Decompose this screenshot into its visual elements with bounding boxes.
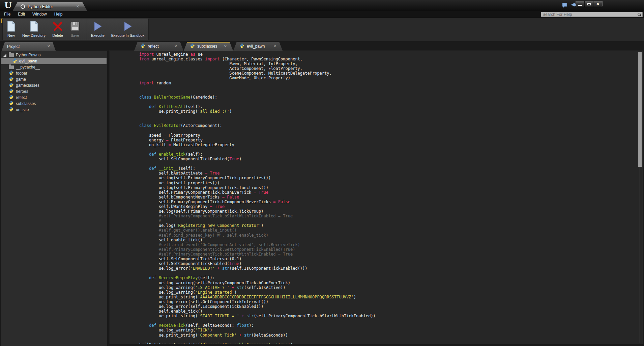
- code-line: ActorComponent, FloatProperty,: [139, 66, 643, 71]
- code-line: self.PrimaryComponentTick.bComponentNeve…: [139, 199, 643, 204]
- code-line: #self.get_owner().enable_input(): [139, 228, 643, 233]
- tree-item-evil-pawn[interactable]: evil_pawn: [1, 58, 107, 64]
- app-tab-python-editor[interactable]: Python Editor ✕: [12, 2, 87, 11]
- maximize-button[interactable]: [585, 1, 593, 7]
- tree-item-label: gameclasses: [16, 83, 39, 88]
- toolbar-button-label: Delete: [52, 33, 63, 37]
- tree-item-heroes[interactable]: heroes: [1, 88, 107, 95]
- toolbar-button-new-directory[interactable]: New Directory: [22, 20, 46, 37]
- tree-item-foobar[interactable]: foobar: [1, 70, 107, 76]
- scrollbar-thumb[interactable]: [638, 52, 642, 167]
- editor-tab-subclasses[interactable]: subclasses✕: [184, 42, 233, 51]
- code-line: [139, 90, 643, 95]
- editor-tab-evil-pawn[interactable]: evil_pawn✕: [233, 42, 283, 51]
- code-line: ue.log_warning('Engine started'): [139, 290, 643, 295]
- tree-item-ue-site[interactable]: ue_site: [1, 107, 107, 113]
- project-tab-label: Project: [7, 44, 45, 49]
- editor-panel: reflect✕subclasses✕evil_pawn✕ import unr…: [109, 41, 644, 346]
- message-bubble-icon[interactable]: [562, 3, 567, 9]
- vertical-scrollbar[interactable]: [638, 52, 642, 343]
- minimize-icon: [578, 5, 582, 6]
- tree-item-pythonpawns[interactable]: PythonPawns: [1, 52, 107, 58]
- editor-tab-close-icon[interactable]: ✕: [273, 45, 276, 48]
- editor-tab-label: evil_pawn: [247, 44, 271, 49]
- code-line: from unreal_engine.classes import (Chara…: [139, 57, 643, 61]
- code-line: self.PrimaryComponentTick.bCanEverTick =…: [139, 190, 643, 195]
- code-line: #self.PrimaryComponentTick.bStartWithTic…: [139, 214, 643, 218]
- code-line: [139, 161, 643, 166]
- tree-item--pycache-[interactable]: __pycache__: [1, 64, 107, 70]
- code-line: import random: [139, 81, 643, 85]
- folder-icon: [9, 65, 14, 69]
- code-line: [139, 338, 643, 342]
- code-line: ue.print_string('AAAAABBBBBCCCCDDDDEEEEF…: [139, 295, 643, 299]
- code-line: [139, 147, 643, 152]
- titlebar[interactable]: U Python Editor ✕ ✕: [0, 0, 644, 11]
- code-line: def __init__(self):: [139, 166, 643, 171]
- menu-file[interactable]: File: [0, 11, 14, 18]
- toolbar-button-execute[interactable]: Execute: [91, 20, 105, 37]
- code-line: SceneComponent, MulticastDelegatePropert…: [139, 71, 643, 76]
- toolbar-button-label: Execute: [91, 33, 105, 37]
- code-line: [139, 100, 643, 104]
- python-icon: [9, 88, 14, 95]
- tree-item-subclasses[interactable]: subclasses: [1, 101, 107, 107]
- maximize-icon: [587, 3, 591, 5]
- code-line: def KillThemAll(self):: [139, 104, 643, 109]
- code-line: self.bAutoActivate = True: [139, 171, 643, 176]
- code-line: def ReceiveTick(self, DeltaSeconds: floa…: [139, 323, 643, 328]
- project-tab-row: Project ✕: [0, 41, 108, 51]
- delete-icon: [52, 20, 63, 32]
- project-panel: Project ✕ PythonPawnsevil_pawn__pycache_…: [0, 41, 108, 346]
- code-line: class EvilRotator(ActorComponent):: [139, 123, 643, 128]
- code-line: [139, 128, 643, 133]
- code-text: import unreal_engine as uefrom unreal_en…: [109, 51, 643, 344]
- app-tab-close-icon[interactable]: ✕: [76, 5, 79, 8]
- code-line: GameMode, ObjectProperty): [139, 76, 643, 80]
- close-button[interactable]: ✕: [593, 1, 602, 7]
- editor-tab-close-icon[interactable]: ✕: [224, 45, 227, 48]
- editor-tab-reflect[interactable]: reflect✕: [134, 42, 183, 51]
- help-search-box[interactable]: [541, 12, 643, 17]
- code-line: self.enable_tick(): [139, 309, 643, 314]
- code-line: self.SetComponentTickEnabled(True): [139, 261, 643, 266]
- code-line: ue.log(self.PrimaryComponentTick.functio…: [139, 185, 643, 190]
- python-icon: [12, 58, 17, 64]
- toolbar-button-new[interactable]: New: [7, 20, 16, 37]
- menu-help[interactable]: Help: [51, 11, 66, 18]
- folder-icon: [9, 53, 14, 57]
- search-icon: [637, 12, 641, 17]
- code-line: def ReceiveBeginPlay(self):: [139, 275, 643, 280]
- tree-item-game[interactable]: game: [1, 76, 107, 82]
- code-line: self.bComponentNeverTicks = False: [139, 195, 643, 199]
- minimize-button[interactable]: [576, 1, 585, 7]
- tree-item-reflect[interactable]: reflect: [1, 95, 107, 101]
- project-tab[interactable]: Project ✕: [2, 42, 56, 51]
- python-icon: [9, 95, 14, 101]
- toolbar-button-label: Execute In Sandbox: [111, 33, 144, 37]
- window-controls: ✕: [576, 1, 603, 7]
- code-line: ue.log_warning('IS ACTIVE ? ' + str(self…: [139, 285, 643, 290]
- search-input[interactable]: [541, 12, 637, 17]
- code-line: self.enable_tick(): [139, 238, 643, 242]
- code-line: #self.bind_pressed_key('W', self.enable_…: [139, 233, 643, 238]
- tree-item-label: heroes: [16, 89, 28, 94]
- expand-arrow-icon[interactable]: [3, 54, 6, 57]
- tree-item-gameclasses[interactable]: gameclasses: [1, 82, 107, 88]
- code-line: ue.log(self.PrimaryComponentTick.propert…: [139, 176, 643, 180]
- code-line: #self.bind_event('OnComponentActivated',…: [139, 242, 643, 247]
- main-content: Project ✕ PythonPawnsevil_pawn__pycache_…: [0, 41, 644, 346]
- menu-window[interactable]: Window: [29, 11, 51, 18]
- code-line: ue.print_string('START TICKED = ' + str(…: [139, 314, 643, 318]
- code-line: ue.print_string('all died :('): [139, 109, 643, 114]
- tree-item-label: __pycache__: [16, 65, 40, 70]
- execute-icon: [123, 20, 132, 32]
- editor-tab-close-icon[interactable]: ✕: [174, 45, 177, 48]
- toolbar-button-delete[interactable]: Delete: [52, 20, 63, 37]
- project-tab-close-icon[interactable]: ✕: [47, 45, 50, 48]
- menu-edit[interactable]: Edit: [14, 11, 29, 18]
- code-line: import unreal_engine as ue: [139, 52, 643, 57]
- python-icon: [239, 43, 244, 50]
- code-editor[interactable]: import unreal_engine as uefrom unreal_en…: [109, 51, 643, 344]
- toolbar-button-execute-in-sandbox[interactable]: Execute In Sandbox: [111, 20, 144, 37]
